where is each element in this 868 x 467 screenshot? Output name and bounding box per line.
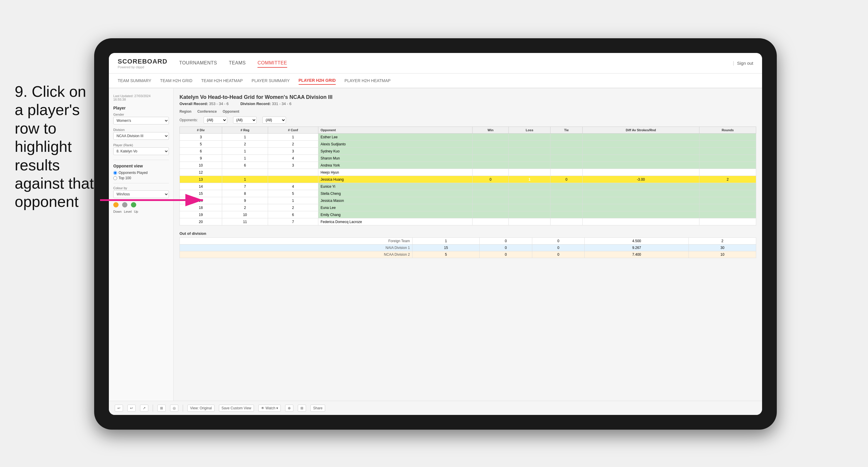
tablet-screen: SCOREBOARD Powered by clippd TOURNAMENTS… bbox=[109, 53, 762, 415]
filters-row: Region Conference Opponent bbox=[180, 110, 756, 114]
jessica-huang-row[interactable]: 13 1 Jessica Huang 0 1 0 -3.00 2 bbox=[180, 176, 756, 183]
sub-nav-team-h2h-grid[interactable]: TEAM H2H GRID bbox=[160, 77, 192, 85]
col-tie: Tie bbox=[551, 127, 583, 133]
record-row: Overall Record: 353 - 34 - 6 Division Re… bbox=[180, 101, 756, 106]
table-row[interactable]: 20 11 7 Federica Domecq Lacroze bbox=[180, 218, 756, 225]
grid-table-container: # Div # Reg # Conf Opponent Win Loss Tie… bbox=[180, 127, 756, 225]
grid-content: Katelyn Vo Head-to-Head Grid for Women's… bbox=[174, 88, 762, 401]
sub-nav: TEAM SUMMARY TEAM H2H GRID TEAM H2H HEAT… bbox=[109, 73, 762, 88]
table-row[interactable]: 3 1 1 Esther Lee bbox=[180, 133, 756, 141]
table-row[interactable]: 18 2 2 Euna Lee bbox=[180, 204, 756, 211]
toolbar-sep-2 bbox=[183, 405, 183, 412]
save-custom-view-label: Save Custom View bbox=[222, 406, 251, 410]
division-record-value: 331 - 34 - 6 bbox=[272, 101, 291, 106]
table-row[interactable]: 14 7 4 Eunice Yi bbox=[180, 183, 756, 190]
table-row[interactable]: 9 1 4 Sharon Mun bbox=[180, 155, 756, 162]
sidebar-divider-1 bbox=[113, 160, 169, 160]
opponents-filter-group: Opponents: bbox=[180, 118, 198, 122]
ood-row-ncaa2[interactable]: NCAA Division 2 5 0 0 7.400 10 bbox=[180, 251, 756, 258]
table-row[interactable]: 16 9 1 Jessica Mason bbox=[180, 197, 756, 204]
sidebar-player-rank-label: Player (Rank) bbox=[113, 143, 169, 147]
table-header-row: # Div # Reg # Conf Opponent Win Loss Tie… bbox=[180, 127, 756, 133]
table-row[interactable]: 5 2 2 Alexis Sudjianto bbox=[180, 141, 756, 148]
instruction-text: 9. Click on a player's row to highlight … bbox=[15, 83, 94, 211]
table-row[interactable]: 19 10 6 Emily Chang bbox=[180, 211, 756, 218]
sub-nav-team-summary[interactable]: TEAM SUMMARY bbox=[118, 77, 151, 85]
main-content: Last Updated: 27/03/2024 16:55:38 Player… bbox=[109, 88, 762, 401]
colour-labels: Down Level Up bbox=[113, 210, 169, 213]
opponent-view-section: Opponent view Opponents Played Top 100 bbox=[113, 164, 169, 180]
step-number: 9. bbox=[15, 83, 27, 100]
toolbar-refresh[interactable]: ◎ bbox=[170, 405, 178, 412]
toolbar-redo[interactable]: ↩ bbox=[127, 405, 136, 412]
sub-nav-player-summary[interactable]: PLAYER SUMMARY bbox=[252, 77, 289, 85]
nav-items: TOURNAMENTS TEAMS COMMITTEE bbox=[179, 59, 733, 68]
colour-dot-up bbox=[131, 202, 136, 208]
sub-nav-team-h2h-heatmap[interactable]: TEAM H2H HEATMAP bbox=[201, 77, 243, 85]
sidebar-gender-label: Gender bbox=[113, 113, 169, 116]
sub-nav-player-h2h-heatmap[interactable]: PLAYER H2H HEATMAP bbox=[345, 77, 391, 85]
nav-tournaments[interactable]: TOURNAMENTS bbox=[179, 59, 217, 68]
col-opponent: Opponent bbox=[318, 127, 472, 133]
instruction-body: Click on a player's row to highlight res… bbox=[15, 83, 94, 210]
nav-separator: | bbox=[733, 61, 734, 66]
sidebar-division-label: Division bbox=[113, 128, 169, 131]
toolbar-layout[interactable]: ⊞ bbox=[298, 405, 306, 412]
opponent-label: Opponent bbox=[223, 110, 240, 114]
sidebar-player-title: Player bbox=[113, 106, 169, 111]
table-row[interactable]: 10 6 3 Andrea York bbox=[180, 162, 756, 169]
col-diff: Diff Av Strokes/Rnd bbox=[582, 127, 699, 133]
opponents-label: Opponents: bbox=[180, 118, 198, 122]
sidebar-player-rank-select[interactable]: 8. Katelyn Vo bbox=[113, 148, 169, 155]
filter-region: Region bbox=[180, 110, 191, 114]
sidebar-opponent-view-title: Opponent view bbox=[113, 164, 169, 168]
filter-conference: Conference bbox=[197, 110, 217, 114]
share-label: Share bbox=[313, 406, 322, 410]
opponent-filter-select[interactable]: (All) bbox=[262, 117, 286, 124]
logo-sub: Powered by clippd bbox=[118, 65, 167, 69]
colour-dots bbox=[113, 202, 169, 208]
watch-label: 👁 Watch ▾ bbox=[261, 406, 278, 410]
col-rounds: Rounds bbox=[700, 127, 756, 133]
sidebar: Last Updated: 27/03/2024 16:55:38 Player… bbox=[109, 88, 174, 401]
table-row[interactable]: 6 1 3 Sydney Kuo bbox=[180, 148, 756, 155]
toolbar-forward[interactable]: ↗ bbox=[140, 405, 148, 412]
top-nav: SCOREBOARD Powered by clippd TOURNAMENTS… bbox=[109, 53, 762, 73]
toolbar-grid[interactable]: ⊞ bbox=[157, 405, 166, 412]
toolbar-zoom[interactable]: ⊕ bbox=[285, 405, 293, 412]
ood-row-naia1[interactable]: NAIA Division 1 15 0 0 9.267 30 bbox=[180, 245, 756, 251]
colour-by-select[interactable]: Win/loss bbox=[113, 190, 169, 198]
toolbar-view-original[interactable]: View: Original bbox=[187, 405, 215, 412]
conference-label: Conference bbox=[197, 110, 217, 114]
col-win: Win bbox=[472, 127, 509, 133]
sidebar-timestamp: Last Updated: 27/03/2024 16:55:38 bbox=[113, 94, 169, 101]
table-row[interactable]: 15 8 5 Stella Cheng bbox=[180, 190, 756, 197]
table-row[interactable]: 12 Heejo Hyun bbox=[180, 169, 756, 176]
ood-table: Foreign Team 1 0 0 4.500 2 NAIA Division… bbox=[180, 238, 756, 258]
conference-filter-select[interactable]: (All) bbox=[233, 117, 256, 124]
sidebar-divider-2 bbox=[113, 183, 169, 183]
sidebar-gender-select[interactable]: Women's bbox=[113, 117, 169, 124]
radio-top-100[interactable]: Top 100 bbox=[113, 176, 169, 180]
overall-record-label: Overall Record: bbox=[180, 101, 208, 106]
region-filter-select[interactable]: (All) bbox=[204, 117, 227, 124]
sign-out-button[interactable]: Sign out bbox=[737, 61, 753, 66]
view-original-label: View: Original bbox=[190, 406, 212, 410]
bottom-toolbar: ↩ ↩ ↗ ⊞ ◎ View: Original Save Custom Vie… bbox=[109, 401, 762, 415]
toolbar-watch[interactable]: 👁 Watch ▾ bbox=[258, 405, 281, 412]
colour-dot-level bbox=[122, 202, 127, 208]
nav-committee[interactable]: COMMITTEE bbox=[257, 59, 287, 68]
grid-title: Katelyn Vo Head-to-Head Grid for Women's… bbox=[180, 94, 756, 100]
col-reg: # Reg bbox=[222, 127, 268, 133]
colour-section: Colour by Win/loss Down Level Up bbox=[113, 186, 169, 213]
colour-by-label: Colour by bbox=[113, 186, 169, 190]
sub-nav-player-h2h-grid[interactable]: PLAYER H2H GRID bbox=[299, 76, 336, 85]
toolbar-undo[interactable]: ↩ bbox=[115, 405, 123, 412]
nav-teams[interactable]: TEAMS bbox=[229, 59, 246, 68]
sidebar-division-select[interactable]: NCAA Division III bbox=[113, 132, 169, 140]
ood-row-foreign[interactable]: Foreign Team 1 0 0 4.500 2 bbox=[180, 238, 756, 245]
grid-table: # Div # Reg # Conf Opponent Win Loss Tie… bbox=[180, 127, 756, 225]
toolbar-save-custom-view[interactable]: Save Custom View bbox=[219, 405, 254, 412]
radio-opponents-played[interactable]: Opponents Played bbox=[113, 171, 169, 175]
toolbar-share[interactable]: Share bbox=[310, 405, 325, 412]
